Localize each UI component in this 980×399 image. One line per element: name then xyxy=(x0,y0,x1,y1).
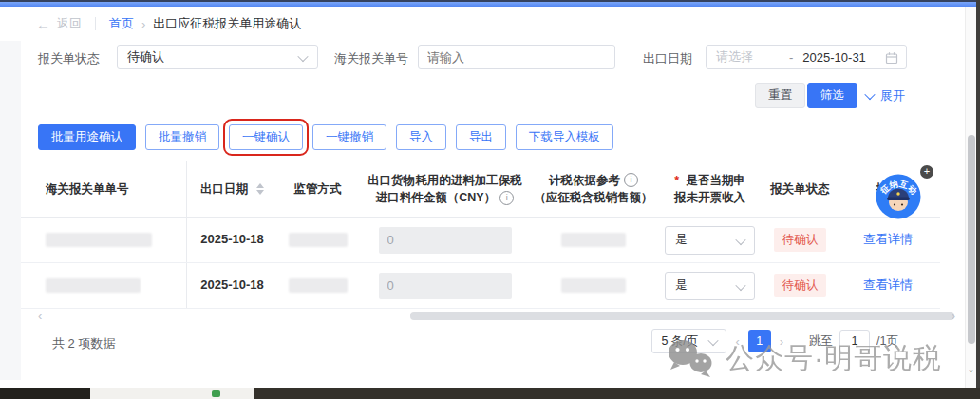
vertical-scrollbar[interactable]: ⌄ xyxy=(965,7,976,388)
scroll-right-icon[interactable]: › xyxy=(952,309,955,323)
status-filter-select[interactable]: 待确认 xyxy=(117,45,318,69)
header-bonded-line1: 出口货物耗用的进料加工保税 xyxy=(368,172,522,189)
view-detail-link[interactable]: 查看详情 xyxy=(863,276,913,294)
expand-label: 展开 xyxy=(880,87,905,104)
export-date-value: 2025-10-18 xyxy=(200,276,264,294)
redacted-customs-no xyxy=(46,278,141,293)
action-toolbar: 批量用途确认 批量撤销 一键确认 一键撤销 导入 导出 下载导入模板 xyxy=(38,124,613,150)
back-button[interactable]: 返回 xyxy=(57,15,82,32)
header-tax-basis-line2: （应征税含税销售额） xyxy=(535,189,653,206)
batch-cancel-button[interactable]: 批量撤销 xyxy=(145,124,219,150)
page-title: 出口应征税报关单用途确认 xyxy=(153,15,301,32)
app-window: ← 返回 首页 › 出口应征税报关单用途确认 报关单状态 待确认 海关报关单号 … xyxy=(0,0,980,399)
calendar-icon xyxy=(885,51,898,65)
date-start-placeholder: 请选择 xyxy=(716,48,753,66)
status-badge: 待确认 xyxy=(774,228,827,251)
header-supervision: 监管方式 xyxy=(294,180,342,198)
info-icon[interactable] xyxy=(499,191,514,205)
bonded-amount-input xyxy=(379,273,512,299)
taskbar-dark-segment xyxy=(0,388,90,399)
customs-no-input-wrap xyxy=(418,45,617,69)
filter-button[interactable]: 筛选 xyxy=(807,83,858,108)
highlight-annotation-box: 一键确认 xyxy=(229,124,303,150)
view-detail-link[interactable]: 查看详情 xyxy=(863,231,913,249)
bonded-amount-input xyxy=(379,227,512,254)
breadcrumb-home-link[interactable]: 首页 xyxy=(109,15,134,32)
header-uninvoiced-line1: 是否当期申 xyxy=(686,172,745,189)
header-bonded-line2: 进口料件金额（CNY） xyxy=(376,189,496,206)
total-count: 共 2 项数据 xyxy=(52,335,115,352)
redacted-customs-no xyxy=(46,233,152,247)
table-row: 2025-10-18 是 待确认 查看详情 xyxy=(21,218,940,263)
page-size-select[interactable]: 5 条/页 xyxy=(651,329,726,353)
status-badge: 待确认 xyxy=(774,274,827,296)
chevron-down-icon xyxy=(708,335,719,346)
one-click-cancel-button[interactable]: 一键撤销 xyxy=(312,124,386,150)
taskbar-light-segment xyxy=(90,388,254,399)
window-right-edge xyxy=(976,0,980,399)
vertical-scrollbar-thumb[interactable] xyxy=(968,135,975,344)
info-icon[interactable] xyxy=(624,173,638,187)
uninvoiced-value: 是 xyxy=(675,231,688,248)
left-panel-sliver xyxy=(0,41,21,380)
chevron-down-icon xyxy=(735,279,745,290)
horizontal-scrollbar[interactable]: ‹ › xyxy=(21,310,961,322)
chevron-down-icon xyxy=(297,51,308,62)
pagination: 5 条/页 ‹ 1 › 跳至 /1页 xyxy=(651,329,898,353)
redacted-tax-basis xyxy=(561,233,626,247)
tax-mascot-icon: 征纳互动 xyxy=(876,174,921,219)
next-page-icon[interactable]: › xyxy=(780,334,783,349)
redacted-supervision xyxy=(289,278,348,293)
required-asterisk: * xyxy=(674,172,679,189)
import-button[interactable]: 导入 xyxy=(396,124,446,150)
table-row: 2025-10-18 是 待确认 查看详情 xyxy=(21,263,940,309)
uninvoiced-value: 是 xyxy=(675,276,688,294)
date-range-dash: - xyxy=(789,50,793,65)
uninvoiced-select[interactable]: 是 xyxy=(665,272,755,300)
export-button[interactable]: 导出 xyxy=(456,124,506,150)
redacted-tax-basis xyxy=(561,278,626,293)
declarations-table: 海关报关单单号 出口日期 监管方式 出口货物耗用的进料加工保税 进口料件金额（C… xyxy=(21,162,940,309)
date-end-value: 2025-10-31 xyxy=(802,50,866,65)
header-status: 报关单状态 xyxy=(770,180,830,198)
chevron-down-icon xyxy=(864,89,875,100)
jump-to-label: 跳至 xyxy=(809,333,833,350)
breadcrumb-divider xyxy=(95,17,96,30)
page-number-active[interactable]: 1 xyxy=(748,330,771,352)
breadcrumb-separator: › xyxy=(141,17,145,31)
taskbar-app-icon xyxy=(212,390,220,397)
header-uninvoiced-line2: 报未开票收入 xyxy=(674,189,745,206)
download-template-button[interactable]: 下载导入模板 xyxy=(516,124,613,150)
table-header-row: 海关报关单单号 出口日期 监管方式 出口货物耗用的进料加工保税 进口料件金额（C… xyxy=(21,162,940,218)
status-filter-value: 待确认 xyxy=(127,48,164,66)
export-date-range-picker[interactable]: 请选择 - 2025-10-31 xyxy=(706,45,907,69)
reset-button[interactable]: 重置 xyxy=(755,83,805,108)
scroll-left-icon[interactable]: ‹ xyxy=(38,309,42,323)
one-click-confirm-button[interactable]: 一键确认 xyxy=(229,124,303,150)
page-size-value: 5 条/页 xyxy=(661,333,698,350)
scroll-down-icon[interactable]: ⌄ xyxy=(966,364,976,374)
customs-no-filter-label: 海关报关单号 xyxy=(334,50,408,67)
prev-page-icon[interactable]: ‹ xyxy=(735,334,739,349)
mascot-plus-badge[interactable]: + xyxy=(920,165,933,179)
header-export-date: 出口日期 xyxy=(200,180,248,198)
sort-icon[interactable] xyxy=(256,183,264,195)
main-content: 报关单状态 待确认 海关报关单号 出口日期 请选择 - 2025-10-31 重… xyxy=(0,41,974,388)
uninvoiced-select[interactable]: 是 xyxy=(665,226,755,255)
header-tax-basis-line1: 计税依据参考 xyxy=(549,172,620,189)
jump-to-input[interactable] xyxy=(839,330,870,352)
back-arrow-icon[interactable]: ← xyxy=(36,16,50,32)
customs-no-input[interactable] xyxy=(418,45,615,69)
redacted-supervision xyxy=(289,233,348,247)
page-total-label: /1页 xyxy=(876,333,898,350)
batch-confirm-button[interactable]: 批量用途确认 xyxy=(38,124,136,150)
breadcrumb: ← 返回 首页 › 出口应征税报关单用途确认 xyxy=(0,7,980,42)
header-customs-no: 海关报关单单号 xyxy=(46,180,129,198)
export-date-filter-label: 出口日期 xyxy=(643,50,692,67)
export-date-value: 2025-10-18 xyxy=(200,231,264,249)
mascot-widget[interactable]: 征纳互动 xyxy=(876,174,921,223)
expand-toggle[interactable]: 展开 xyxy=(866,87,905,104)
horizontal-scrollbar-thumb[interactable] xyxy=(410,312,954,320)
chevron-down-icon xyxy=(735,234,745,244)
status-filter-label: 报关单状态 xyxy=(38,50,100,67)
